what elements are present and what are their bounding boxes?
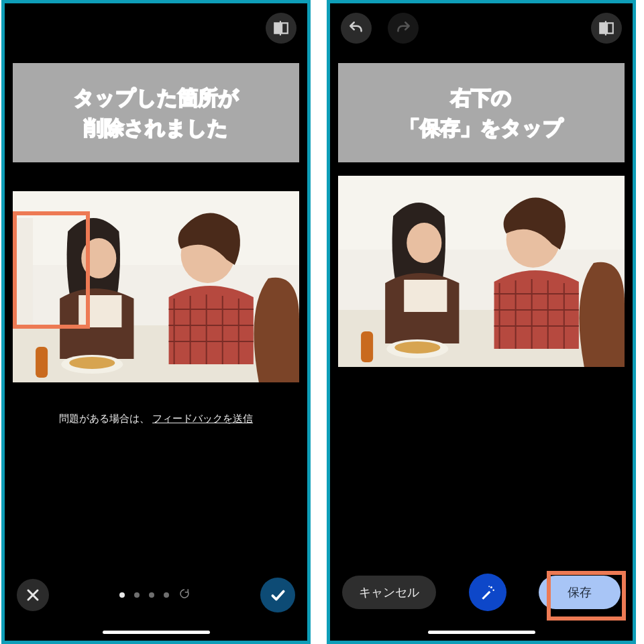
tools-button[interactable] [469, 574, 506, 611]
feedback-link[interactable]: フィードバックを送信 [152, 413, 253, 424]
home-indicator[interactable] [428, 631, 535, 634]
svg-point-25 [407, 223, 441, 263]
callout-text: タップした箇所が 削除されました [74, 83, 239, 143]
svg-point-38 [394, 341, 440, 354]
callout-text: 右下の 「保存」をタップ [400, 83, 564, 143]
dot-3[interactable] [149, 592, 154, 598]
svg-rect-36 [361, 331, 373, 362]
compare-icon[interactable] [591, 13, 622, 44]
refresh-icon[interactable] [178, 588, 191, 602]
close-icon [25, 587, 41, 603]
toolbar-left [341, 13, 419, 44]
feedback-prefix: 問題がある場合は、 [59, 413, 152, 424]
edited-photo[interactable] [338, 176, 625, 367]
phone-screenshot-left: タップした箇所が 削除されました [1, 0, 311, 644]
close-button[interactable] [17, 579, 49, 611]
toolbar-right [591, 13, 622, 44]
cancel-label: キャンセル [359, 584, 419, 600]
instruction-callout: 右下の 「保存」をタップ [338, 63, 625, 162]
undo-icon [347, 19, 365, 37]
erase-highlight-box [13, 211, 90, 329]
save-highlight-box [547, 571, 626, 621]
cancel-button[interactable]: キャンセル [342, 576, 436, 609]
toolbar-right [266, 13, 297, 44]
phone-screenshot-right: 右下の 「保存」をタップ [327, 0, 636, 644]
compare-icon[interactable] [266, 13, 297, 44]
svg-point-19 [69, 357, 115, 369]
confirm-button[interactable] [260, 578, 295, 612]
svg-rect-17 [36, 347, 48, 378]
callout-line-1: タップした箇所が [74, 87, 239, 109]
svg-rect-26 [404, 280, 447, 312]
check-icon [269, 586, 286, 604]
redo-icon [394, 19, 412, 37]
dot-4[interactable] [164, 592, 169, 598]
home-indicator[interactable] [103, 631, 210, 634]
magic-wand-icon [479, 584, 496, 601]
callout-line-1: 右下の [451, 87, 512, 109]
svg-point-39 [490, 586, 492, 588]
dot-2[interactable] [134, 592, 140, 598]
instruction-callout: タップした箇所が 削除されました [13, 63, 299, 162]
dot-1[interactable] [119, 592, 125, 598]
svg-rect-20 [600, 23, 606, 33]
svg-rect-0 [274, 23, 280, 33]
callout-line-2: 削除されました [84, 117, 228, 139]
svg-point-40 [492, 590, 494, 591]
svg-point-41 [488, 586, 490, 587]
svg-rect-22 [338, 176, 625, 250]
bottom-toolbar [5, 576, 307, 614]
undo-button[interactable] [341, 13, 372, 44]
page-dots [119, 588, 191, 602]
feedback-row: 問題がある場合は、 フィードバックを送信 [5, 413, 307, 425]
redo-button[interactable] [388, 13, 419, 44]
callout-line-2: 「保存」をタップ [400, 117, 564, 139]
